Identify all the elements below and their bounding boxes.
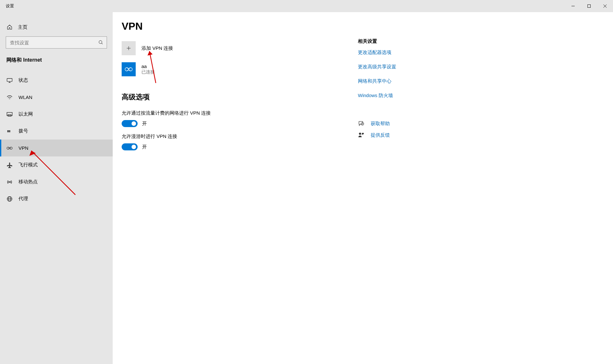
toggle-roaming-label: 允许漫游时进行 VPN 连接 [122, 133, 358, 140]
svg-line-5 [102, 43, 102, 44]
svg-rect-1 [588, 5, 591, 8]
hotspot-icon [6, 179, 13, 185]
page-title: VPN [122, 20, 358, 32]
add-vpn-button[interactable]: 添加 VPN 连接 [122, 41, 358, 55]
toggle-metered-state: 开 [142, 121, 147, 127]
svg-point-4 [99, 41, 102, 43]
sidebar-item-label: 以太网 [19, 111, 33, 117]
sidebar-section-heading: 网络和 Internet [0, 56, 113, 67]
svg-point-15 [9, 131, 9, 132]
sidebar-item-label: WLAN [19, 95, 32, 100]
ethernet-icon [6, 111, 13, 118]
vpn-connection-status: 已连接 [141, 69, 155, 75]
sidebar-home-label: 主页 [18, 24, 27, 30]
home-icon [6, 24, 13, 30]
title-bar: 设置 [0, 0, 613, 12]
svg-point-28 [359, 133, 361, 135]
maximize-button[interactable] [581, 0, 597, 12]
vpn-connection-name: aa [141, 64, 155, 69]
toggle-roaming[interactable] [122, 143, 138, 150]
plus-icon [122, 41, 136, 55]
sidebar-home[interactable]: 主页 [0, 20, 113, 34]
sidebar-item-status[interactable]: 状态 [0, 72, 113, 89]
add-vpn-label: 添加 VPN 连接 [141, 45, 173, 51]
svg-point-14 [7, 131, 8, 132]
globe-icon [6, 196, 13, 202]
rail-give-feedback[interactable]: 提供反馈 [358, 132, 454, 138]
svg-point-11 [7, 130, 8, 131]
search-input[interactable] [9, 40, 98, 45]
svg-point-12 [9, 130, 9, 131]
sidebar-item-ethernet[interactable]: 以太网 [0, 106, 113, 123]
help-icon [358, 120, 364, 127]
status-icon [6, 77, 13, 84]
window-title: 设置 [6, 3, 14, 9]
dialup-icon [6, 128, 13, 134]
feedback-icon [358, 132, 364, 138]
toggle-metered[interactable] [122, 120, 138, 127]
sidebar-item-label: VPN [19, 145, 28, 151]
advanced-options-heading: 高级选项 [122, 92, 358, 102]
svg-rect-6 [7, 78, 12, 81]
svg-point-19 [9, 181, 10, 182]
rail-get-help[interactable]: 获取帮助 [358, 120, 454, 127]
rail-link-firewall[interactable]: Windows 防火墙 [358, 93, 454, 99]
svg-point-16 [10, 131, 10, 132]
rail-link-adapter-options[interactable]: 更改适配器选项 [358, 49, 454, 56]
sidebar-item-hotspot[interactable]: 移动热点 [0, 173, 113, 190]
sidebar-item-label: 拨号 [19, 128, 28, 134]
rail-link-sharing-settings[interactable]: 更改高级共享设置 [358, 64, 454, 70]
sidebar-item-dialup[interactable]: 拨号 [0, 123, 113, 140]
rail-heading: 相关设置 [358, 38, 454, 44]
rail-give-feedback-label: 提供反馈 [371, 132, 390, 138]
minimize-button[interactable] [565, 0, 581, 12]
svg-rect-10 [8, 114, 11, 116]
sidebar: 主页 网络和 Internet 状态 WLAN [0, 12, 113, 364]
vpn-connection-item[interactable]: aa 已连接 [122, 62, 358, 76]
toggle-metered-label: 允许通过按流量计费的网络进行 VPN 连接 [122, 110, 358, 116]
sidebar-item-wlan[interactable]: WLAN [0, 89, 113, 106]
search-icon [98, 40, 103, 45]
sidebar-item-label: 代理 [19, 196, 28, 202]
airplane-icon [6, 162, 13, 168]
vpn-icon [6, 145, 13, 151]
sidebar-item-label: 飞行模式 [19, 162, 38, 168]
sidebar-item-label: 移动热点 [19, 179, 38, 185]
wifi-icon [6, 94, 13, 101]
search-box[interactable] [6, 36, 107, 49]
window-controls [565, 0, 613, 12]
close-button[interactable] [597, 0, 613, 12]
sidebar-item-label: 状态 [19, 77, 28, 83]
svg-point-13 [10, 130, 10, 131]
sidebar-item-airplane[interactable]: 飞行模式 [0, 156, 113, 173]
sidebar-item-proxy[interactable]: 代理 [0, 190, 113, 207]
sidebar-item-vpn[interactable]: VPN [0, 140, 113, 156]
vpn-connection-icon [122, 62, 136, 76]
right-rail: 相关设置 更改适配器选项 更改高级共享设置 网络和共享中心 Windows 防火… [358, 20, 454, 356]
svg-point-27 [361, 123, 364, 125]
rail-link-sharing-center[interactable]: 网络和共享中心 [358, 78, 454, 84]
toggle-roaming-state: 开 [142, 144, 147, 150]
rail-get-help-label: 获取帮助 [371, 121, 390, 127]
svg-rect-9 [7, 112, 12, 116]
